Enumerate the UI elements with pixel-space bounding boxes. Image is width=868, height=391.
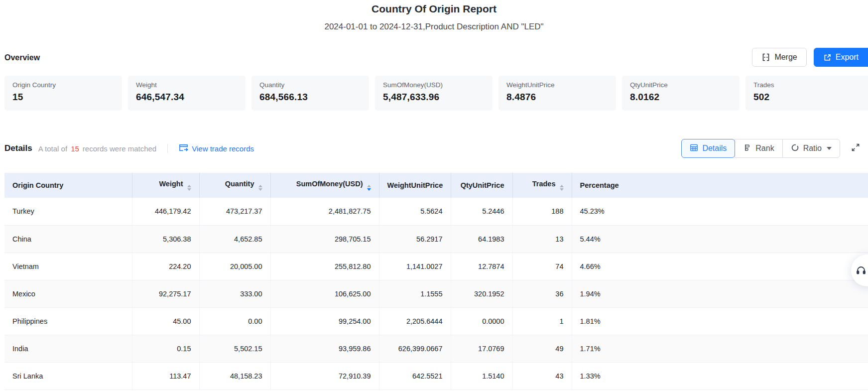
column-header-quantity[interactable]: Quantity [199, 173, 270, 198]
cell-value: 72,910.39 [270, 362, 379, 390]
overview-heading: Overview [4, 53, 40, 62]
overview-card: Trades 502 [745, 76, 868, 111]
cell-value: 0.15 [132, 335, 199, 362]
cell-value: 99,254.00 [270, 307, 379, 335]
cell-value: 1.94% [572, 280, 868, 307]
column-label: Weight [159, 180, 183, 188]
view-trade-records-label: View trade records [192, 144, 254, 153]
table-row[interactable]: Sri Lanka113.4748,158.2372,910.39642.552… [4, 362, 868, 390]
card-label: WeightUnitPrice [506, 81, 608, 89]
cell-value: 333.00 [199, 280, 270, 307]
column-label: QtyUnitPrice [461, 181, 504, 189]
match-count: 15 [71, 144, 79, 153]
column-header-qtyunitprice: QtyUnitPrice [451, 173, 512, 198]
cell-value: 1,141.0027 [379, 253, 451, 280]
cell-value: 12.7874 [451, 253, 512, 280]
details-heading: Details [4, 143, 32, 153]
chevron-down-icon [827, 147, 832, 150]
table-row[interactable]: Philippines45.000.0099,254.002,205.64440… [4, 307, 868, 335]
cell-value: 2,481,827.75 [270, 198, 379, 225]
cell-value: 446,179.42 [132, 198, 199, 225]
column-header-sumofmoney-usd-[interactable]: SumOfMoney(USD) [270, 173, 379, 198]
cell-value: 2,205.6444 [379, 307, 451, 335]
cell-value: 56.2917 [379, 225, 451, 253]
cell-value: 5.2446 [451, 198, 512, 225]
cell-origin-country: Sri Lanka [4, 362, 132, 390]
sort-carets-icon[interactable] [258, 185, 262, 191]
cell-value: 92,275.17 [132, 280, 199, 307]
overview-card: SumOfMoney(USD) 5,487,633.96 [375, 76, 493, 111]
cell-value: 1 [512, 307, 572, 335]
cell-value: 473,217.37 [199, 198, 270, 225]
card-label: QtyUnitPrice [630, 81, 732, 89]
overview-card: Quantity 684,566.13 [251, 76, 369, 111]
cell-value: 1.33% [572, 362, 868, 390]
column-header-weight[interactable]: Weight [132, 173, 199, 198]
fullscreen-button[interactable] [849, 142, 862, 155]
expand-icon [851, 142, 861, 154]
cell-value: 49 [512, 335, 572, 362]
sort-carets-icon[interactable] [367, 185, 371, 191]
merge-button-label: Merge [774, 53, 797, 62]
cell-origin-country: India [4, 335, 132, 362]
card-value: 5,487,633.96 [383, 92, 485, 103]
origin-country-table: Origin CountryWeightQuantitySumOfMoney(U… [4, 173, 868, 390]
export-button[interactable]: Export [814, 48, 868, 67]
card-label: Origin Country [12, 81, 114, 89]
cell-value: 626,399.0667 [379, 335, 451, 362]
card-value: 502 [753, 92, 863, 103]
table-row[interactable]: China5,306.384,652.85298,705.1556.291764… [4, 225, 868, 253]
card-value: 8.0162 [630, 92, 732, 103]
cell-origin-country: China [4, 225, 132, 253]
overview-actions: Merge Export [752, 48, 868, 67]
card-value: 646,547.34 [136, 92, 238, 103]
overview-card: Origin Country 15 [4, 76, 122, 111]
cell-value: 5.44% [572, 225, 868, 253]
tab-rank[interactable]: Rank [735, 139, 782, 158]
cell-value: 45.23% [572, 198, 868, 225]
column-label: Percentage [580, 181, 619, 189]
table-body: Turkey446,179.42473,217.372,481,827.755.… [4, 198, 868, 390]
cell-value: 5,502.15 [199, 335, 270, 362]
table-row[interactable]: India0.155,502.1593,959.86626,399.066717… [4, 335, 868, 362]
cell-value: 106,625.00 [270, 280, 379, 307]
cell-value: 1.81% [572, 307, 868, 335]
cell-value: 48,158.23 [199, 362, 270, 390]
circle-ratio-icon [791, 143, 799, 154]
card-value: 684,566.13 [259, 92, 361, 103]
tab-ratio[interactable]: Ratio [782, 139, 840, 158]
cell-value: 188 [512, 198, 572, 225]
merge-button[interactable]: Merge [752, 48, 806, 67]
tab-details[interactable]: Details [681, 139, 735, 158]
sort-carets-icon[interactable] [560, 185, 564, 191]
overview-card: WeightUnitPrice 8.4876 [498, 76, 616, 111]
card-label: Weight [136, 81, 238, 89]
cell-origin-country: Vietnam [4, 253, 132, 280]
page-title: Country Of Origin Report [0, 0, 868, 15]
page-subtitle: 2024-01-01 to 2024-12-31,Product Descrip… [0, 22, 868, 32]
cell-value: 36 [512, 280, 572, 307]
cell-value: 45.00 [132, 307, 199, 335]
export-button-label: Export [836, 53, 859, 62]
cell-value: 1.5140 [451, 362, 512, 390]
cell-origin-country: Philippines [4, 307, 132, 335]
tab-ratio-label: Ratio [803, 144, 822, 153]
column-header-weightunitprice: WeightUnitPrice [379, 173, 451, 198]
view-trade-records-link[interactable]: View trade records [179, 143, 254, 153]
view-mode-switch: Details Rank Ratio [681, 139, 840, 158]
table-row[interactable]: Turkey446,179.42473,217.372,481,827.755.… [4, 198, 868, 225]
cell-value: 1.1555 [379, 280, 451, 307]
tab-rank-label: Rank [755, 144, 774, 153]
table-row[interactable]: Mexico92,275.17333.00106,625.001.1555320… [4, 280, 868, 307]
sort-carets-icon[interactable] [187, 185, 191, 191]
merge-cells-icon [761, 53, 770, 62]
cell-value: 298,705.15 [270, 225, 379, 253]
table-row[interactable]: Vietnam224.2020,005.00255,812.801,141.00… [4, 253, 868, 280]
column-header-trades[interactable]: Trades [512, 173, 572, 198]
overview-cards: Origin Country 15 Weight 646,547.34 Quan… [4, 76, 868, 111]
tab-details-label: Details [702, 144, 727, 153]
country-of-origin-report-page: Country Of Origin Report 2024-01-01 to 2… [0, 0, 868, 391]
vertical-divider [167, 144, 168, 153]
cell-value: 0.00 [199, 307, 270, 335]
column-label: Quantity [225, 180, 254, 188]
